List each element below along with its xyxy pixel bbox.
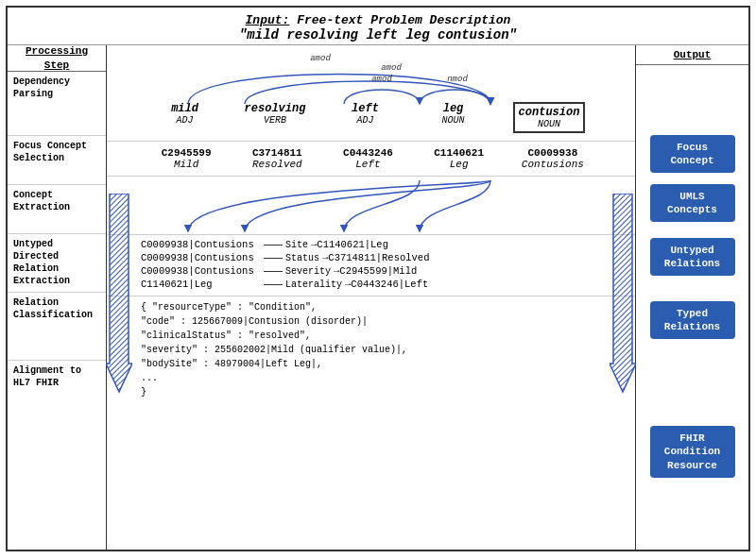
concept-contusions: C0009938 Contusions <box>522 147 584 170</box>
center-column: amod amod amod nmod <box>107 45 635 550</box>
input-title: Input: Free-text Problem Description <box>8 13 748 27</box>
right-column: Output Focus Concept UMLS Concepts Untyp… <box>635 45 748 550</box>
output-header: Output <box>636 45 748 65</box>
output-focus-concept[interactable]: Focus Concept <box>650 129 735 178</box>
step-dep-parsing: Dependency Parsing <box>8 72 106 136</box>
relation-classification-section: C0009938|Contusions Site → C1140621|Leg … <box>107 235 635 296</box>
word-resolving: resolving VERB <box>245 102 306 133</box>
concept-left: C0443246 Left <box>339 147 396 170</box>
output-fhir[interactable]: FHIR Condition Resource <box>650 354 735 550</box>
step-fhir: Alignment to HL7 FHIR <box>8 361 106 550</box>
word-leg: leg NOUN <box>425 102 482 133</box>
word-contusion: contusion NOUN <box>513 102 586 133</box>
dep-focus-section: amod amod amod nmod <box>107 45 635 142</box>
step-focus-concept: Focus Concept Selection <box>8 136 106 185</box>
output-untyped[interactable]: Untyped Relations <box>650 228 735 286</box>
step-untyped: Untyped Directed Relation Extraction <box>8 234 106 293</box>
word-mild: mild ADJ <box>157 102 214 133</box>
step-relation-class: Relation Classification <box>8 293 106 361</box>
relation-row-1: C0009938|Contusions Status → C3714811|Re… <box>141 252 601 263</box>
processing-step-header: Processing Step <box>8 45 106 72</box>
svg-text:amod: amod <box>381 63 402 73</box>
fhir-section: { "resourceType" : "Condition", "code" :… <box>107 296 635 550</box>
word-left: left ADJ <box>336 102 393 133</box>
dependency-arcs: amod amod amod nmod <box>141 45 601 104</box>
left-column: Processing Step Dependency Parsing Focus… <box>8 45 107 550</box>
svg-text:amod: amod <box>371 75 392 84</box>
concept-leg: C1140621 Leg <box>431 147 488 170</box>
untyped-arcs <box>141 177 601 235</box>
untyped-relations-section <box>107 177 635 235</box>
relation-row-2: C0009938|Contusions Severity → C2945599|… <box>141 265 601 277</box>
step-concept-extraction: Concept Extraction <box>8 185 106 234</box>
output-typed[interactable]: Typed Relations <box>650 286 735 354</box>
relation-row-0: C0009938|Contusions Site → C1140621|Leg <box>141 239 601 250</box>
concept-resolved: C3714811 Resolved <box>249 147 305 170</box>
input-sentence: "mild resolving left leg contusion" <box>8 27 748 42</box>
svg-text:nmod: nmod <box>447 75 468 84</box>
concepts-row: C2945599 Mild C3714811 Resolved C0443246… <box>141 147 601 170</box>
concept-mild: C2945599 Mild <box>158 147 215 170</box>
concept-extraction-section: C2945599 Mild C3714811 Resolved C0443246… <box>107 142 635 177</box>
header: Input: Free-text Problem Description "mi… <box>8 8 748 45</box>
relation-row-3: C1140621|Leg Laterality → C0443246|Left <box>141 279 601 290</box>
output-umls[interactable]: UMLS Concepts <box>650 178 735 228</box>
svg-text:amod: amod <box>310 54 331 63</box>
